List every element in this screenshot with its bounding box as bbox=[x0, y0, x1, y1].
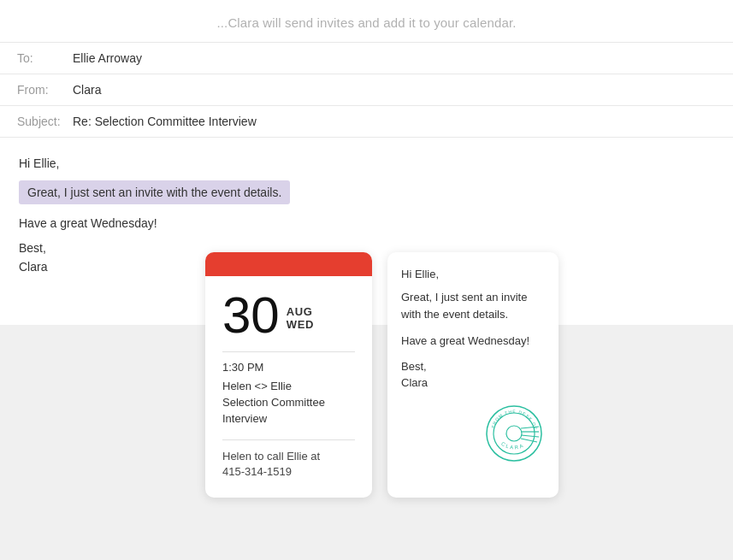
svg-line-5 bbox=[521, 435, 539, 437]
from-value: Clara bbox=[73, 83, 101, 97]
preview-signature: Clara bbox=[401, 376, 545, 389]
from-label: From: bbox=[17, 83, 73, 97]
calendar-header-red bbox=[205, 252, 372, 276]
svg-point-0 bbox=[487, 406, 541, 461]
calendar-event-name: Helen <> EllieSelection CommitteeIntervi… bbox=[222, 379, 355, 427]
body-paragraph: Have a great Wednesday! bbox=[19, 216, 714, 230]
clara-stamp: FROM THE DESK OF CLARA bbox=[483, 403, 545, 464]
calendar-month-dow: AUG WED bbox=[287, 290, 314, 331]
calendar-divider-1 bbox=[222, 351, 355, 352]
calendar-body: 30 AUG WED 1:30 PM Helen <> EllieSelecti… bbox=[205, 276, 372, 498]
subject-row: Subject: Re: Selection Committee Intervi… bbox=[0, 106, 733, 138]
calendar-card: 30 AUG WED 1:30 PM Helen <> EllieSelecti… bbox=[205, 252, 372, 498]
preview-paragraph: Have a great Wednesday! bbox=[401, 333, 545, 350]
header-subtitle: ...Clara will send invites and add it to… bbox=[0, 0, 733, 42]
cards-area: 30 AUG WED 1:30 PM Helen <> EllieSelecti… bbox=[205, 252, 559, 498]
subject-value: Re: Selection Committee Interview bbox=[73, 115, 257, 128]
calendar-divider-2 bbox=[222, 439, 355, 440]
signature-name: Clara bbox=[19, 260, 47, 274]
calendar-date-row: 30 AUG WED bbox=[222, 290, 355, 341]
calendar-dow: WED bbox=[287, 318, 314, 331]
svg-text:CLARA: CLARA bbox=[500, 440, 525, 450]
calendar-note: Helen to call Ellie at415-314-1519 bbox=[222, 449, 355, 481]
svg-point-2 bbox=[506, 426, 522, 441]
page-container: ...Clara will send invites and add it to… bbox=[0, 0, 733, 560]
svg-line-6 bbox=[521, 439, 537, 442]
stamp-container: FROM THE DESK OF CLARA bbox=[401, 403, 545, 464]
subject-label: Subject: bbox=[17, 115, 73, 128]
from-row: From: Clara bbox=[0, 74, 733, 106]
calendar-day: 30 bbox=[222, 290, 280, 341]
email-fields: To: Ellie Arroway From: Clara Subject: R… bbox=[0, 42, 733, 138]
to-row: To: Ellie Arroway bbox=[0, 43, 733, 74]
to-label: To: bbox=[17, 51, 73, 65]
closing: Best, bbox=[19, 241, 46, 255]
to-value: Ellie Arroway bbox=[73, 51, 142, 65]
email-greeting: Hi Ellie, bbox=[19, 156, 714, 170]
preview-greeting: Hi Ellie, bbox=[401, 268, 545, 280]
email-preview-card: Hi Ellie, Great, I just sent an invite w… bbox=[387, 252, 559, 498]
calendar-time: 1:30 PM bbox=[222, 361, 355, 374]
calendar-month: AUG bbox=[287, 305, 314, 318]
preview-body: Great, I just sent an invite with the ev… bbox=[401, 289, 545, 322]
preview-closing: Best, bbox=[401, 360, 545, 373]
highlighted-text: Great, I just sent an invite with the ev… bbox=[19, 180, 290, 204]
